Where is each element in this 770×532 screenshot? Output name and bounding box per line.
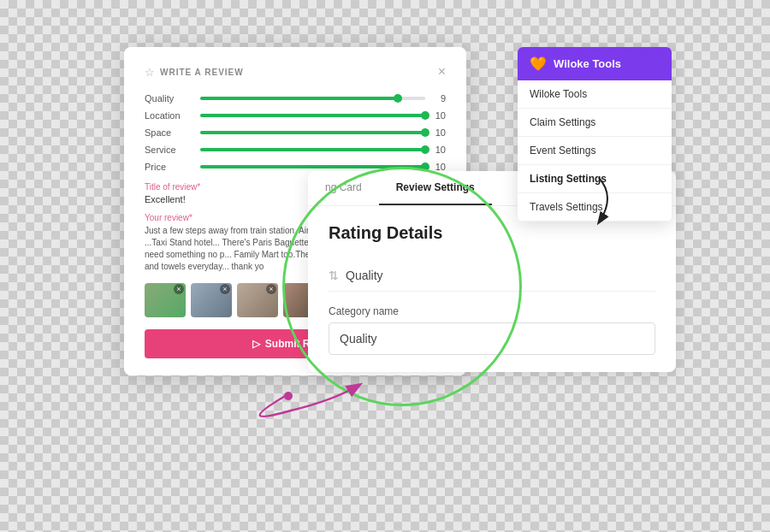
wiloke-title: Wiloke Tools	[554, 57, 621, 70]
send-icon: ▷	[252, 338, 260, 350]
rating-label-quality: Quality	[145, 93, 192, 103]
rating-value-quality: 9	[434, 93, 446, 103]
photo-2: ×	[191, 283, 232, 317]
panel-title: Rating Details	[329, 223, 655, 243]
rating-value-location: 10	[434, 110, 446, 121]
wiloke-menu: Wiloke ToolsClaim SettingsEvent Settings…	[518, 80, 672, 222]
close-icon[interactable]: ×	[438, 64, 446, 80]
sort-icon: ⇅	[329, 269, 339, 282]
modal-title: WRITE A REVIEW	[160, 68, 244, 77]
remove-photo-3[interactable]: ×	[266, 284, 276, 294]
slider-track-space[interactable]	[200, 131, 425, 134]
slider-fill-space	[200, 131, 425, 134]
category-section: Category name	[329, 305, 655, 355]
rating-label-price: Price	[145, 162, 192, 172]
slider-track-quality[interactable]	[200, 97, 425, 100]
wiloke-menu-item-0[interactable]: Wiloke Tools	[518, 80, 672, 109]
slider-thumb-space	[421, 128, 429, 137]
wiloke-menu-item-4[interactable]: Travels Settings	[518, 193, 672, 222]
modal-header: ☆ WRITE A REVIEW ×	[145, 64, 446, 80]
slider-thumb-quality	[394, 94, 402, 103]
rating-value-space: 10	[434, 127, 446, 138]
slider-track-service[interactable]	[200, 148, 425, 151]
rating-row-location: Location 10	[145, 110, 446, 121]
slider-fill-quality	[200, 97, 398, 100]
tab-listing-card[interactable]: ng Card	[308, 171, 379, 205]
wiloke-menu-item-1[interactable]: Claim Settings	[518, 109, 672, 137]
rating-label-space: Space	[145, 127, 192, 138]
wiloke-menu-item-3[interactable]: Listing Settings	[518, 165, 672, 193]
rating-label-location: Location	[145, 110, 192, 121]
svg-point-0	[284, 392, 293, 400]
panel-content: Rating Details ⇅ Quality Category name	[308, 206, 676, 372]
slider-fill-location	[200, 114, 425, 117]
wiloke-logo: 🧡	[530, 56, 547, 72]
category-name-input[interactable]	[329, 322, 655, 355]
category-name-label: Category name	[329, 305, 655, 317]
remove-photo-2[interactable]: ×	[220, 284, 230, 294]
rating-row-quality: Quality 9	[145, 93, 446, 103]
slider-fill-price	[200, 165, 425, 168]
rating-row-space: Space 10	[145, 127, 446, 138]
tab-review-settings[interactable]: Review Settings	[379, 171, 492, 205]
slider-fill-service	[200, 148, 425, 151]
slider-thumb-price	[421, 163, 429, 171]
slider-thumb-location	[421, 111, 429, 120]
rating-label-service: Service	[145, 145, 192, 155]
slider-track-price[interactable]	[200, 165, 425, 168]
photo-3: ×	[237, 283, 278, 317]
quality-label-panel: Quality	[346, 269, 383, 282]
wiloke-dropdown: 🧡 Wiloke Tools Wiloke ToolsClaim Setting…	[518, 47, 672, 222]
quality-row: ⇅ Quality	[329, 260, 655, 292]
photo-1: ×	[145, 283, 186, 317]
remove-photo-1[interactable]: ×	[174, 284, 184, 294]
star-icon: ☆	[145, 66, 155, 79]
rating-rows: Quality 9 Location 10 Space 10	[145, 93, 446, 172]
slider-thumb-service	[421, 145, 429, 154]
modal-title-wrap: ☆ WRITE A REVIEW	[145, 66, 244, 79]
wiloke-header: 🧡 Wiloke Tools	[518, 47, 672, 80]
slider-track-location[interactable]	[200, 114, 425, 117]
wiloke-menu-item-2[interactable]: Event Settings	[518, 137, 672, 165]
rating-value-service: 10	[434, 145, 446, 155]
rating-row-service: Service 10	[145, 145, 446, 155]
